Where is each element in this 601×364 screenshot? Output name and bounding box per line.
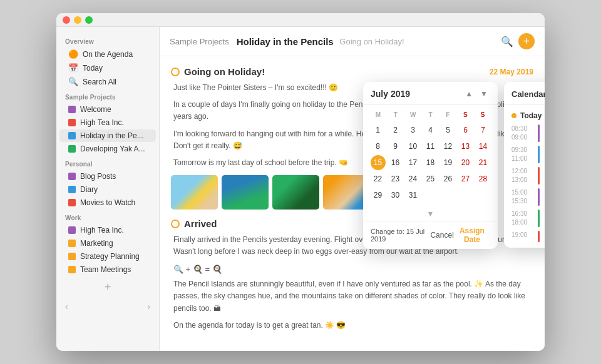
sidebar-back-button[interactable]: ‹ (65, 301, 68, 311)
sidebar-item-strategy-planning[interactable]: Strategy Planning (59, 250, 156, 263)
cal-day-28[interactable]: 28 (476, 171, 491, 186)
event-row-collect-gear: 16:30 18:00 Papers – Exchange Collect Ge… (504, 208, 545, 229)
cal-day-20[interactable]: 20 (458, 155, 473, 170)
sidebar-add-button[interactable]: + (65, 281, 150, 294)
calendar-month-title: July 2019 (371, 89, 410, 99)
event-row-momenta: 19:00 Momenta (504, 229, 545, 244)
sidebar-item-search-all[interactable]: 🔍 Search All (59, 75, 156, 88)
sidebar-item-high-tea[interactable]: High Tea Inc. (59, 116, 156, 129)
team-meetings-icon (68, 266, 76, 273)
yak-icon (68, 145, 76, 153)
holiday-icon (68, 132, 76, 139)
breadcrumb-title: Holiday in the Pencils (237, 36, 334, 47)
cal-day-27[interactable]: 27 (458, 171, 473, 186)
breadcrumb-base: Sample Projects (170, 37, 229, 46)
calendar-next-button[interactable]: ▼ (478, 88, 490, 99)
cal-day-13[interactable]: 13 (458, 139, 473, 154)
sidebar-item-movies-to-watch[interactable]: Movies to Watch (59, 196, 156, 209)
cal-day-1[interactable]: 1 (371, 123, 386, 138)
traffic-lights (63, 16, 93, 24)
cal-day-14[interactable]: 14 (476, 139, 491, 154)
event-end-time: 15:30 (511, 197, 533, 206)
cal-day-31[interactable]: 31 (406, 188, 421, 203)
events-header: Calendar Events + ▲ ▼ (504, 82, 545, 105)
sidebar-item-blog-posts[interactable]: Blog Posts (59, 170, 156, 183)
add-note-button[interactable]: + (518, 33, 535, 49)
calendar-grid: M T W T F S S 1 2 3 4 5 6 7 8 9 (363, 105, 498, 208)
welcome-icon (68, 106, 76, 113)
cal-day-10[interactable]: 10 (406, 139, 421, 154)
sidebar-section-work: Work (56, 210, 159, 223)
dow-F: F (439, 110, 456, 119)
sidebar: Overview 🟠 On the Agenda 📅 Today 🔍 Searc… (56, 27, 160, 351)
cal-day-23[interactable]: 23 (388, 171, 403, 186)
section1-title: Going on Holiday! (171, 66, 265, 77)
event-start-time: 12:00 (511, 167, 533, 176)
event-time-col: 16:30 18:00 (511, 210, 533, 227)
agenda-icon: 🟠 (68, 49, 78, 59)
cal-day-30[interactable]: 30 (388, 188, 403, 203)
calendar-cancel-button[interactable]: Cancel (430, 231, 453, 240)
section2-title: Arrived (171, 218, 217, 229)
diary-icon (68, 186, 76, 193)
event-start-time: 08:30 (511, 124, 533, 133)
sidebar-item-holiday[interactable]: Holiday in the Pe... (59, 129, 156, 142)
calendar-prev-button[interactable]: ▲ (463, 88, 475, 99)
sidebar-item-label: Marketing (80, 239, 113, 248)
event-bar (538, 124, 540, 142)
search-button[interactable]: 🔍 (501, 36, 513, 48)
cal-day-empty4 (476, 188, 491, 203)
sidebar-item-team-meetings[interactable]: Team Meetings (59, 263, 156, 276)
cal-day-4[interactable]: 4 (423, 123, 438, 138)
calendar-week5: 29 30 31 (369, 187, 491, 203)
sidebar-item-marketing[interactable]: Marketing (59, 237, 156, 250)
maximize-button[interactable] (85, 16, 93, 24)
event-time-col: 12:00 13:00 (511, 167, 533, 185)
cal-day-22[interactable]: 22 (371, 171, 386, 186)
calendar-assign-button[interactable]: Assign Date (454, 226, 490, 244)
header-actions: 🔍 + (501, 33, 535, 49)
today-icon: 📅 (68, 63, 78, 73)
image-jungle (272, 175, 319, 210)
cal-day-16[interactable]: 16 (388, 155, 403, 170)
cal-day-15[interactable]: 15 (371, 155, 386, 170)
cal-day-25[interactable]: 25 (423, 171, 438, 186)
sidebar-item-welcome[interactable]: Welcome (59, 103, 156, 116)
event-time-col: 08:30 09:00 (511, 124, 533, 142)
close-button[interactable] (63, 16, 70, 24)
event-time-col: 09:30 11:00 (511, 146, 533, 163)
movies-icon (68, 199, 76, 206)
cal-day-7[interactable]: 7 (476, 123, 491, 138)
cal-day-3[interactable]: 3 (406, 123, 421, 138)
cal-day-26[interactable]: 26 (441, 171, 456, 186)
sidebar-item-high-tea-work[interactable]: High Tea Inc. (59, 224, 156, 236)
sidebar-item-diary[interactable]: Diary (59, 183, 156, 196)
cal-day-5[interactable]: 5 (441, 123, 456, 138)
sidebar-item-developing-yak[interactable]: Developing Yak A... (59, 143, 156, 155)
cal-day-12[interactable]: 12 (441, 139, 456, 154)
cal-day-8[interactable]: 8 (371, 139, 386, 154)
cal-day-29[interactable]: 29 (371, 188, 386, 203)
dow-W: W (404, 110, 422, 119)
calendar-scroll-area: ▼ (363, 208, 498, 221)
cal-day-21[interactable]: 21 (476, 155, 491, 170)
calendar-week2: 8 9 10 11 12 13 14 (369, 138, 491, 154)
cal-day-9[interactable]: 9 (388, 139, 403, 154)
event-bar (538, 210, 540, 227)
cal-day-2[interactable]: 2 (388, 123, 403, 138)
cal-day-17[interactable]: 17 (406, 155, 421, 170)
event-row-call-tom: 08:30 09:00 Privé Call Tom (504, 123, 545, 144)
cal-day-18[interactable]: 18 (423, 155, 438, 170)
marketing-icon (68, 240, 76, 247)
cal-day-24[interactable]: 24 (406, 171, 421, 186)
sidebar-item-on-the-agenda[interactable]: 🟠 On the Agenda (59, 48, 156, 61)
sidebar-forward-button[interactable]: › (147, 301, 150, 311)
dow-T2: T (422, 110, 439, 119)
calendar-scroll-down-button[interactable]: ▼ (427, 210, 434, 218)
cal-day-6[interactable]: 6 (458, 123, 473, 138)
minimize-button[interactable] (74, 16, 81, 24)
sidebar-item-today[interactable]: 📅 Today (59, 61, 156, 74)
cal-day-19[interactable]: 19 (441, 155, 456, 170)
cal-day-11[interactable]: 11 (423, 139, 438, 154)
sidebar-item-label: High Tea Inc. (80, 118, 124, 127)
